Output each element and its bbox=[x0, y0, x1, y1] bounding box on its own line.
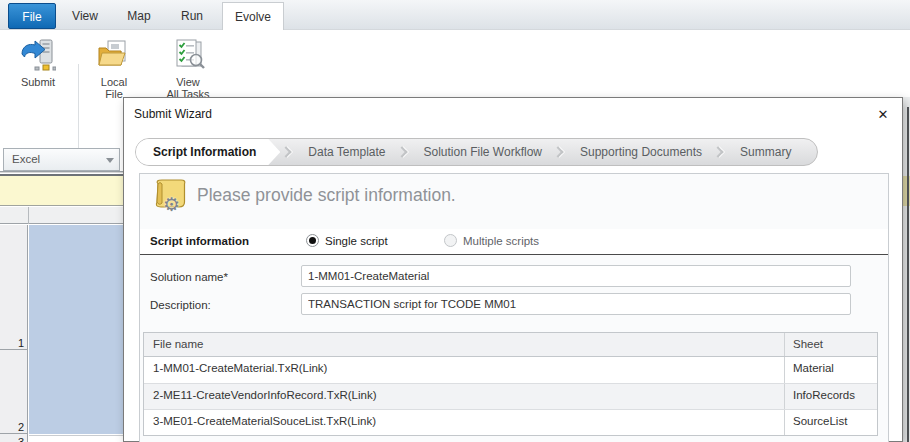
header-corner-divider bbox=[28, 207, 29, 224]
row-header-3[interactable]: 3 bbox=[0, 435, 28, 442]
chevron-down-icon bbox=[106, 158, 114, 163]
solution-name-label: Solution name* bbox=[150, 271, 228, 283]
description-input[interactable] bbox=[301, 293, 851, 315]
column-header-file-name: File name bbox=[144, 333, 785, 356]
script-scroll-gear-icon: ⚙ bbox=[150, 179, 188, 215]
tab-evolve[interactable]: Evolve bbox=[222, 2, 284, 31]
step-solution-file-workflow[interactable]: Solution File Workflow bbox=[412, 139, 553, 165]
name-box-dropdown[interactable]: Excel bbox=[3, 148, 120, 171]
step-summary[interactable]: Summary bbox=[728, 139, 801, 165]
chevron-right-icon bbox=[396, 146, 407, 157]
radio-single-script[interactable]: Single script bbox=[306, 234, 388, 247]
file-name-cell: 2-ME11-CreateVendorInfoRecord.TxR(Link) bbox=[144, 384, 785, 409]
radio-unselected-icon[interactable] bbox=[444, 234, 457, 247]
chevron-right-icon bbox=[712, 146, 723, 157]
tab-view[interactable]: View bbox=[62, 3, 108, 30]
chevron-right-icon bbox=[281, 146, 292, 157]
sheet-cell: InfoRecords bbox=[785, 384, 877, 409]
wizard-steps: Script Information Data Template Solutio… bbox=[135, 138, 818, 166]
row-header-1[interactable]: 1 bbox=[0, 225, 28, 350]
gear-icon: ⚙ bbox=[163, 193, 180, 216]
local-file-label-line2: File bbox=[105, 88, 123, 100]
folder-icon bbox=[96, 38, 132, 72]
radio-selected-icon[interactable] bbox=[306, 234, 319, 247]
submit-server-icon bbox=[20, 38, 56, 72]
grid-cell-row3[interactable] bbox=[29, 435, 123, 442]
background-right-strip bbox=[903, 97, 910, 442]
description-label: Description: bbox=[150, 299, 211, 311]
tab-file[interactable]: File bbox=[8, 3, 56, 29]
column-header-sheet: Sheet bbox=[785, 333, 877, 356]
view-all-tasks-button[interactable]: View All Tasks bbox=[160, 38, 216, 100]
script-information-section: Script information Single script Multipl… bbox=[140, 229, 888, 255]
solution-name-input[interactable] bbox=[301, 265, 851, 287]
dialog-title: Submit Wizard bbox=[134, 98, 212, 131]
table-row[interactable]: 3-ME01-CreateMaterialSouceList.TxR(Link)… bbox=[144, 409, 877, 435]
task-list-magnifier-icon bbox=[170, 38, 206, 72]
sheet-banner-row bbox=[0, 176, 123, 206]
radio-single-label: Single script bbox=[325, 235, 388, 247]
row-header-2[interactable]: 2 bbox=[0, 351, 28, 434]
column-header-row[interactable] bbox=[0, 207, 123, 224]
sheet-cell: SourceList bbox=[785, 410, 877, 435]
submit-button[interactable]: Submit bbox=[10, 38, 66, 88]
file-name-cell: 3-ME01-CreateMaterialSouceList.TxR(Link) bbox=[144, 410, 785, 435]
wizard-heading: Please provide script information. bbox=[197, 185, 456, 206]
file-table-header: File name Sheet bbox=[144, 333, 877, 357]
tab-run[interactable]: Run bbox=[170, 3, 214, 30]
step-data-template[interactable]: Data Template bbox=[296, 139, 395, 165]
submit-button-label: Submit bbox=[21, 76, 55, 88]
local-file-button[interactable]: Local File bbox=[86, 38, 142, 100]
sheet-cell: Material bbox=[785, 357, 877, 383]
view-tasks-label-line1: View bbox=[176, 76, 200, 88]
window-edge-line bbox=[907, 107, 909, 442]
chevron-right-icon bbox=[552, 146, 563, 157]
ribbon-tab-bar: File View Map Run Evolve bbox=[0, 0, 910, 30]
table-row[interactable]: 2-ME11-CreateVendorInfoRecord.TxR(Link) … bbox=[144, 383, 877, 409]
local-file-label-line1: Local bbox=[101, 76, 127, 88]
radio-multiple-label: Multiple scripts bbox=[463, 235, 539, 247]
file-name-cell: 1-MM01-CreateMaterial.TxR(Link) bbox=[144, 357, 785, 383]
radio-multiple-scripts[interactable]: Multiple scripts bbox=[444, 234, 539, 247]
screen: File View Map Run Evolve Submit Workflow bbox=[0, 0, 910, 442]
wizard-content-panel: ⚙ Please provide script information. Scr… bbox=[139, 173, 889, 442]
tab-map[interactable]: Map bbox=[116, 3, 162, 30]
table-row[interactable]: 1-MM01-CreateMaterial.TxR(Link) Material bbox=[144, 357, 877, 383]
file-table: File name Sheet 1-MM01-CreateMaterial.Tx… bbox=[143, 332, 878, 436]
step-supporting-documents[interactable]: Supporting Documents bbox=[568, 139, 712, 165]
selected-cell-range[interactable] bbox=[29, 225, 123, 434]
submit-wizard-dialog: Submit Wizard ✕ Script Information Data … bbox=[123, 97, 903, 442]
step-script-information[interactable]: Script Information bbox=[136, 139, 280, 165]
section-label: Script information bbox=[150, 235, 249, 247]
name-box-value: Excel bbox=[12, 153, 40, 165]
close-icon[interactable]: ✕ bbox=[872, 105, 894, 125]
